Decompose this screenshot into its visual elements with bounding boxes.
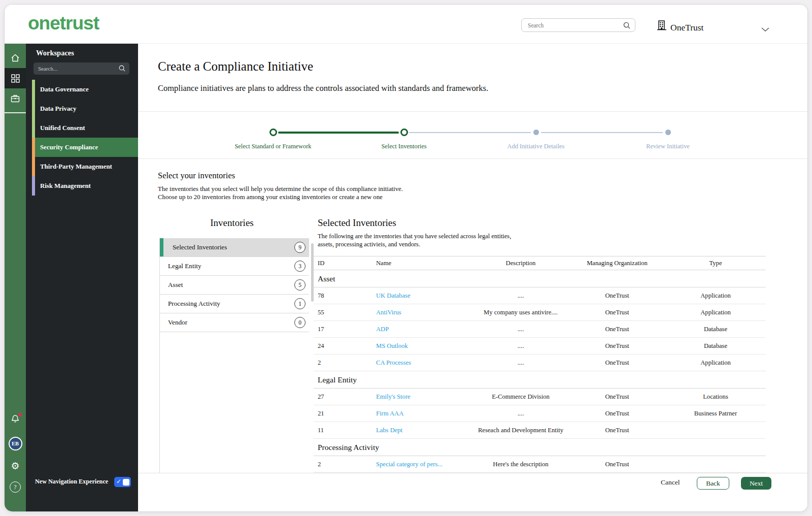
table-row: 17ADP....OneTrustDatabase bbox=[314, 321, 766, 338]
onetrust-logo: onetrust bbox=[28, 13, 99, 34]
column-header-type: Type bbox=[665, 260, 766, 267]
app-window: onetrust OneTrust bbox=[4, 4, 808, 512]
section-title: Select your inventories bbox=[158, 171, 235, 181]
inventory-tab-vendor[interactable]: Vendor0 bbox=[160, 313, 309, 332]
workspace-color-strip bbox=[32, 99, 35, 118]
inventory-tab-label: Asset bbox=[168, 276, 183, 294]
inventory-name-link[interactable]: Special category of pers... bbox=[376, 461, 472, 468]
table-cell: .... bbox=[472, 292, 569, 300]
step-marker-review-initiative[interactable] bbox=[665, 130, 671, 135]
group-row-asset: Asset bbox=[314, 270, 766, 287]
table-row: 55AntiVirusMy company uses antivire....O… bbox=[314, 304, 766, 321]
divider bbox=[138, 158, 807, 159]
briefcase-icon[interactable] bbox=[5, 88, 26, 109]
workspace-color-strip bbox=[32, 80, 35, 99]
inventory-name-link[interactable]: AntiVirus bbox=[376, 309, 472, 316]
step-label-review-initiative: Review Initiative bbox=[646, 143, 690, 150]
sidebar-item-data-privacy[interactable]: Data Privacy bbox=[26, 99, 138, 118]
check-icon: ✓ bbox=[116, 478, 121, 485]
column-header-description: Description bbox=[472, 260, 569, 267]
step-marker-select-standard-or-framework[interactable] bbox=[269, 128, 277, 136]
selected-inventories-table: IDNameDescriptionManaging OrganizationTy… bbox=[314, 256, 766, 473]
table-row: 78UK Database....OneTrustApplication bbox=[314, 287, 766, 304]
table-cell: OneTrust bbox=[569, 342, 665, 350]
sidebar-item-label: Data Governance bbox=[40, 80, 89, 99]
sidebar-item-unified-consent[interactable]: Unified Consent bbox=[26, 118, 138, 138]
workspace-color-strip bbox=[32, 138, 35, 157]
count-badge: 3 bbox=[294, 261, 306, 272]
workspace-color-strip bbox=[32, 157, 35, 176]
step-label-add-initiative-detailes: Add Initiative Detailes bbox=[507, 143, 565, 150]
avatar-initials: EB bbox=[9, 437, 22, 450]
back-button[interactable]: Back bbox=[697, 477, 729, 490]
table-cell: Application bbox=[665, 292, 766, 300]
step-marker-add-initiative-detailes[interactable] bbox=[533, 130, 539, 135]
sidebar-item-data-governance[interactable]: Data Governance bbox=[26, 80, 138, 99]
table-cell: 21 bbox=[314, 410, 376, 417]
table-cell: .... bbox=[472, 359, 569, 367]
inventory-name-link[interactable]: Emily's Store bbox=[376, 393, 472, 401]
selected-indicator-strip bbox=[160, 238, 163, 256]
sidebar-item-security-compliance[interactable]: Security Compliance bbox=[26, 138, 138, 157]
selected-inventories-title: Selected Inventories bbox=[318, 217, 396, 229]
new-navigation-toggle[interactable]: ✓ bbox=[114, 477, 131, 487]
sidebar-item-label: Unified Consent bbox=[40, 118, 85, 138]
page-title: Create a Compliance Initiative bbox=[158, 59, 313, 74]
inventory-tab-selected-inventories[interactable]: Selected Inventories9 bbox=[160, 238, 309, 257]
table-row: 21Firm AAA....OneTrustBusiness Patrner bbox=[314, 405, 766, 422]
inventory-name-link[interactable]: UK Database bbox=[376, 292, 472, 300]
next-button[interactable]: Next bbox=[741, 477, 771, 490]
table-cell: OneTrust bbox=[569, 309, 665, 316]
inventory-tab-legal-entity[interactable]: Legal Entity3 bbox=[160, 257, 309, 276]
bell-icon[interactable] bbox=[5, 410, 26, 430]
notification-dot bbox=[18, 413, 22, 416]
table-cell: OneTrust bbox=[569, 393, 665, 401]
table-row: 2CA Processes....OneTrustApplication bbox=[314, 354, 766, 371]
help-icon[interactable]: ? bbox=[5, 477, 26, 497]
inventory-name-link[interactable]: Firm AAA bbox=[376, 410, 472, 417]
table-cell: OneTrust bbox=[569, 410, 665, 417]
sidebar-item-third-party-management[interactable]: Third-Party Management bbox=[26, 157, 138, 176]
inventory-tab-label: Processing Activity bbox=[168, 295, 220, 313]
gear-icon[interactable]: ⚙ bbox=[5, 456, 26, 476]
apps-grid-icon[interactable] bbox=[5, 68, 26, 88]
inventory-tab-processing-activity[interactable]: Processing Activity1 bbox=[160, 295, 309, 313]
step-label-select-inventories: Select Inventories bbox=[381, 143, 426, 150]
inventory-name-link[interactable]: CA Processes bbox=[376, 359, 472, 367]
icon-rail: EB ⚙ ? bbox=[5, 44, 26, 511]
section-description-line1: The inventories that you select will hel… bbox=[158, 185, 403, 193]
section-description-line2: Choose up to 20 inventories from among y… bbox=[158, 194, 383, 201]
table-cell: OneTrust bbox=[569, 292, 665, 300]
workspace-list: Data GovernanceData PrivacyUnified Conse… bbox=[26, 80, 138, 196]
table-cell: OneTrust bbox=[569, 359, 665, 367]
table-cell: Database bbox=[665, 342, 766, 350]
table-cell: 55 bbox=[314, 309, 376, 316]
workspace-search-input[interactable] bbox=[38, 62, 114, 75]
table-cell: Business Patrner bbox=[665, 410, 766, 417]
step-marker-select-inventories[interactable] bbox=[400, 128, 408, 136]
cancel-button[interactable]: Cancel bbox=[661, 478, 680, 487]
org-switcher-label[interactable]: OneTrust bbox=[670, 22, 703, 33]
table-cell: Database bbox=[665, 326, 766, 333]
column-header-managing-organization: Managing Organization bbox=[569, 260, 665, 267]
table-cell: 17 bbox=[314, 326, 376, 333]
sidebar-item-risk-management[interactable]: Risk Management bbox=[26, 176, 138, 196]
table-cell: 2 bbox=[314, 359, 376, 367]
search-icon bbox=[623, 21, 631, 31]
top-header: onetrust OneTrust bbox=[5, 5, 807, 44]
global-search-input[interactable] bbox=[528, 19, 619, 31]
rail-divider bbox=[5, 112, 26, 113]
group-row-processing-activity: Processing Activity bbox=[314, 439, 766, 456]
inventory-name-link[interactable]: MS Outlook bbox=[376, 342, 472, 350]
home-icon[interactable] bbox=[5, 48, 26, 68]
workspace-search[interactable] bbox=[33, 62, 129, 75]
inventory-name-link[interactable]: Labs Dept bbox=[376, 427, 472, 434]
inventory-name-link[interactable]: ADP bbox=[376, 326, 472, 333]
inventory-tab-asset[interactable]: Asset5 bbox=[160, 276, 309, 295]
column-header-name: Name bbox=[376, 260, 472, 267]
toggle-knob bbox=[123, 479, 129, 486]
global-search[interactable] bbox=[521, 18, 635, 32]
avatar[interactable]: EB bbox=[5, 433, 26, 454]
new-navigation-label: New Navigation Experience bbox=[35, 478, 111, 486]
chevron-down-icon[interactable] bbox=[761, 25, 770, 34]
